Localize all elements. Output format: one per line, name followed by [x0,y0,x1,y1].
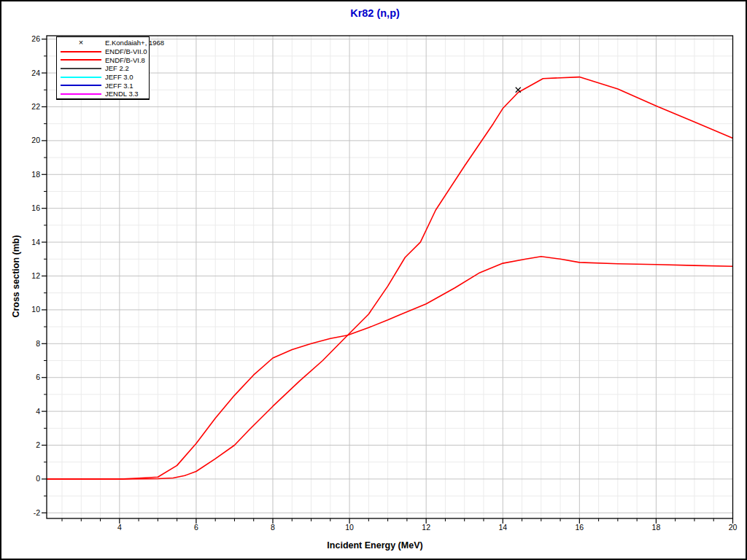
x-marker-icon: × [79,39,83,47]
y-tick-label: 6 [36,373,40,381]
x-tick-label: 18 [652,523,661,532]
legend-item-label: JENDL 3.3 [105,90,139,98]
legend-line-swatch [57,51,105,52]
series-line [47,257,733,479]
legend-line-swatch [57,85,105,86]
legend-item-label: ENDF/B-VI.8 [105,56,145,64]
line-swatch-icon [61,85,101,86]
x-tick-label: 8 [271,523,275,532]
legend-x-marker-icon: × [57,39,105,47]
legend-item: JEFF 3.1 [57,81,149,90]
y-tick-label: 22 [31,102,40,111]
y-tick-label: 18 [31,170,40,179]
line-swatch-icon [61,59,101,61]
legend-item-label: JEFF 3.1 [105,82,133,90]
legend-line-swatch [57,93,105,95]
legend-item: ×E.Kondaiah+, 1968 [57,39,149,47]
x-tick-label: 20 [729,523,738,532]
plot-border [47,36,733,518]
x-tick-label: 10 [345,523,354,532]
y-tick-label: 4 [36,407,40,416]
legend-item: ENDF/B-VII.0 [57,47,149,56]
y-tick-label: 8 [36,339,40,348]
y-tick-label: 2 [36,440,40,449]
y-tick-label: 26 [31,34,40,43]
y-tick-label: -2 [34,508,40,517]
line-swatch-icon [61,51,101,52]
line-swatch-icon [61,93,101,95]
plot-page: { "page": { "background": "#ffffff", "bo… [0,0,747,560]
legend-item: JEF 2.2 [57,64,149,73]
legend-item-label: JEF 2.2 [105,64,129,72]
y-tick-label: 10 [31,305,40,314]
x-tick-label: 6 [194,523,198,532]
y-tick-label: 0 [36,474,40,483]
legend: ×E.Kondaiah+, 1968ENDF/B-VII.0ENDF/B-VI.… [56,36,150,100]
legend-item: ENDF/B-VI.8 [57,55,149,64]
y-tick-label: 12 [31,271,40,280]
line-swatch-icon [61,68,101,69]
legend-item-label: JEFF 3.0 [105,73,133,81]
legend-item-label: ENDF/B-VII.0 [105,47,147,55]
line-swatch-icon [61,77,101,78]
legend-line-swatch [57,68,105,69]
x-axis-title: Incident Energy (MeV) [1,540,747,551]
x-tick-label: 12 [422,523,430,532]
legend-item: JENDL 3.3 [57,90,149,98]
x-tick-label: 4 [117,523,122,532]
y-axis-title: Cross section (mb) [11,218,21,335]
legend-line-swatch [57,77,105,78]
legend-item-label: E.Kondaiah+, 1968 [105,39,164,47]
y-tick-label: 20 [31,136,40,144]
legend-item: JEFF 3.0 [57,73,149,82]
x-tick-label: 16 [575,523,584,532]
series-line [47,77,733,479]
y-tick-label: 24 [31,69,40,77]
y-tick-label: 16 [31,203,40,212]
y-tick-label: 14 [31,238,40,246]
x-tick-label: 14 [498,523,507,532]
legend-line-swatch [57,59,105,61]
